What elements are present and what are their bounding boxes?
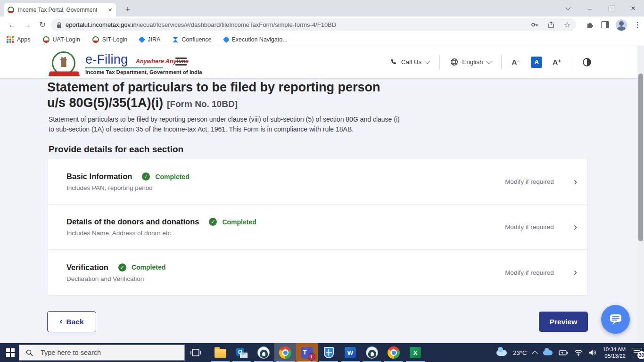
profile-avatar[interactable] <box>616 19 627 31</box>
status-badge: Completed <box>132 263 165 271</box>
confluence-icon <box>173 37 178 42</box>
onedrive-icon[interactable] <box>543 350 553 355</box>
chevron-right-icon[interactable]: › <box>574 267 577 278</box>
font-decrease-button[interactable]: A⁻ <box>512 58 521 66</box>
brand-subtitle: Income Tax Department, Government of Ind… <box>85 69 202 75</box>
bookmark-star-icon[interactable]: ☆ <box>564 20 570 29</box>
volume-icon[interactable] <box>589 349 596 356</box>
tab-search-icon[interactable] <box>557 0 579 16</box>
back-icon[interactable]: ← <box>5 16 20 33</box>
new-tab-button[interactable]: + <box>122 3 134 16</box>
start-button-icon[interactable] <box>6 348 15 357</box>
browser-menu-icon[interactable]: ⋮ <box>634 20 641 29</box>
menu-hamburger-icon[interactable] <box>175 58 187 66</box>
page-title-line1: Statement of particulars to be filed by … <box>47 80 380 95</box>
card-donor-details[interactable]: Details of the donors and donations ✓ Co… <box>48 205 587 250</box>
tray-time: 10:34 AM <box>603 346 626 352</box>
language-dropdown[interactable]: English <box>450 58 490 66</box>
call-us-dropdown[interactable]: Call Us <box>390 58 429 66</box>
forward-icon[interactable]: → <box>20 16 35 33</box>
notification-center-icon[interactable]: 30 <box>632 348 642 357</box>
incometax-favicon-icon <box>8 7 14 13</box>
card-verification[interactable]: Verification ✓ Completed Declaration and… <box>48 250 587 295</box>
clock[interactable]: 10:34 AM 05/13/22 <box>603 346 626 360</box>
taskbar-chrome-2[interactable] <box>383 343 405 362</box>
temperature[interactable]: 23°C <box>513 349 527 356</box>
scrollbar-thumb[interactable] <box>638 74 643 241</box>
chevron-right-icon[interactable]: › <box>574 177 577 187</box>
taskbar-search[interactable] <box>19 345 185 361</box>
task-view-icon[interactable] <box>190 347 201 358</box>
taskbar-word[interactable]: W <box>339 343 361 362</box>
card-title: Verification <box>66 263 108 272</box>
search-input[interactable] <box>40 348 164 357</box>
contrast-toggle-icon[interactable] <box>583 58 591 66</box>
taskbar-app-1[interactable] <box>253 343 274 362</box>
weather-icon[interactable] <box>496 350 507 356</box>
mascot-app-icon <box>257 346 270 359</box>
taskbar-app-2[interactable] <box>361 343 383 362</box>
tab-title: Income Tax Portal, Government of India <box>18 7 97 13</box>
bookmark-sit-login[interactable]: SIT-Login <box>92 36 128 43</box>
chrome-icon <box>279 346 291 359</box>
chat-widget-button[interactable] <box>601 305 630 334</box>
modify-link[interactable]: Modify if required <box>505 223 554 230</box>
modify-link[interactable]: Modify if required <box>505 178 554 185</box>
bookmark-apps[interactable]: Apps <box>7 36 31 43</box>
window-controls: – × <box>557 0 644 16</box>
taskbar-outlook[interactable]: O <box>231 343 253 362</box>
battery-icon[interactable] <box>559 349 568 356</box>
taskbar-excel[interactable]: X <box>405 343 426 362</box>
bookmark-jira[interactable]: JIRA <box>140 36 160 43</box>
extensions-icon[interactable] <box>586 21 594 29</box>
chevron-right-icon[interactable]: › <box>574 222 577 232</box>
url-path: /iecuat/foservices/#/dashboard/fileIncom… <box>137 21 336 28</box>
taskbar-chrome-active[interactable] <box>274 343 296 362</box>
excel-icon: X <box>410 347 421 358</box>
file-explorer-icon <box>215 349 226 358</box>
font-increase-button[interactable]: A⁺ <box>553 58 561 66</box>
tab-close-icon[interactable]: × <box>108 6 112 13</box>
close-button[interactable]: × <box>622 0 644 16</box>
tray-date: 05/13/22 <box>604 353 626 359</box>
share-icon[interactable] <box>547 21 555 29</box>
bookmarks-bar: Apps UAT-Login SIT-Login JIRA Confluence… <box>0 33 644 46</box>
bookmark-confluence[interactable]: Confluence <box>173 36 211 43</box>
mascot-app-icon <box>366 346 378 359</box>
preview-button[interactable]: Preview <box>539 312 588 332</box>
status-badge: Completed <box>222 218 256 226</box>
security-shield-icon <box>324 347 334 358</box>
font-default-button[interactable]: A <box>531 57 542 68</box>
minimize-button[interactable]: – <box>579 0 601 16</box>
form-number: [Form No. 10BD] <box>167 99 238 109</box>
chrome-icon <box>388 346 400 359</box>
card-basic-information[interactable]: Basic Information ✓ Completed Includes P… <box>48 159 587 205</box>
search-icon <box>26 349 33 356</box>
execution-navigator-icon <box>223 36 229 42</box>
brand-divider <box>85 67 163 68</box>
browser-tab[interactable]: Income Tax Portal, Government of India × <box>4 3 116 16</box>
taskbar-windows-security[interactable] <box>318 343 339 362</box>
side-panel-icon[interactable] <box>601 21 609 28</box>
wifi-icon[interactable] <box>574 349 583 356</box>
scrollbar-track[interactable] <box>637 46 644 343</box>
taskbar-teams[interactable]: 1 <box>296 343 318 362</box>
system-tray: 23°C 10:34 AM 05/13/22 30 <box>496 343 642 362</box>
apps-grid-icon <box>7 36 14 43</box>
bookmark-uat-login[interactable]: UAT-Login <box>43 36 80 43</box>
card-subtitle: Includes PAN, reporting period <box>66 184 190 191</box>
teams-icon: 1 <box>301 347 313 359</box>
url-bar[interactable]: eportalut.incometax.gov.in/iecuat/foserv… <box>51 18 576 31</box>
back-button[interactable]: ‹ Back <box>47 311 96 332</box>
taskbar-file-explorer[interactable] <box>209 343 231 362</box>
tray-expand-icon[interactable] <box>532 351 538 357</box>
chevron-down-icon <box>486 58 491 64</box>
password-key-icon[interactable] <box>531 21 539 29</box>
bookmark-execution-navigator[interactable]: Execution Navigato... <box>224 36 288 43</box>
modify-link[interactable]: Modify if required <box>505 269 554 276</box>
section-heading: Provide details for each section <box>49 144 183 155</box>
restore-button[interactable] <box>601 0 622 16</box>
chevron-left-icon: ‹ <box>59 316 62 326</box>
reload-icon[interactable]: ↻ <box>35 16 50 33</box>
url-domain: eportalut.incometax.gov.in <box>66 21 137 28</box>
